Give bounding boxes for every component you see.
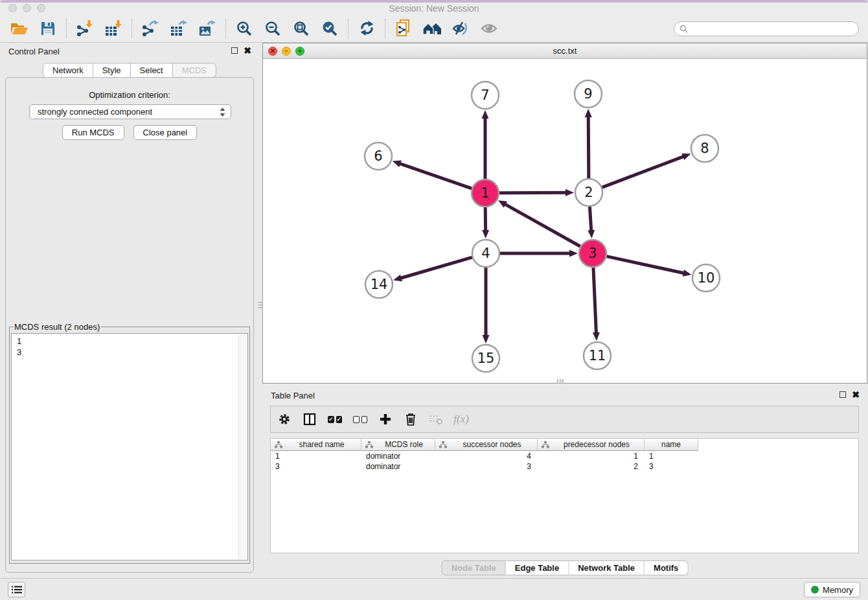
first-neighbors-button[interactable] xyxy=(422,18,442,39)
import-network-button[interactable] xyxy=(75,18,95,39)
graph-edge-2-8[interactable] xyxy=(602,156,685,187)
table-settings-button[interactable] xyxy=(277,411,291,427)
graph-node-label-8: 8 xyxy=(700,141,709,156)
panel-splitter-grip[interactable] xyxy=(555,379,565,384)
graph-edge-arrowhead xyxy=(393,275,402,282)
table-tab-network-table[interactable]: Network Table xyxy=(569,560,645,575)
table-row[interactable]: 1dominator411 xyxy=(271,451,858,461)
cell-shared-name[interactable]: 1 xyxy=(271,451,361,461)
graph-node-label-10: 10 xyxy=(698,270,715,286)
export-image-button[interactable] xyxy=(198,18,217,39)
control-tab-network[interactable]: Network xyxy=(43,63,93,78)
close-panel-icon[interactable]: ✖ xyxy=(852,391,860,398)
cell-name[interactable]: 3 xyxy=(645,461,698,472)
graph-edge-2-3[interactable] xyxy=(589,207,591,231)
close-panel-icon[interactable]: ✖ xyxy=(244,47,251,54)
show-graphics-details-button[interactable] xyxy=(479,18,499,39)
result-scrollbar[interactable] xyxy=(238,334,247,559)
import-table-button[interactable] xyxy=(104,18,123,39)
graph-edge-3-11[interactable] xyxy=(593,268,597,334)
column-header-successor-nodes[interactable]: successor nodes xyxy=(435,439,538,451)
column-header-shared-name[interactable]: shared name xyxy=(271,439,361,451)
unchecked-checkbox-icon xyxy=(361,416,368,423)
graph-edge-arrowhead xyxy=(482,110,489,119)
cell-mcds-role[interactable]: dominator xyxy=(361,451,435,461)
column-header-mcds-role[interactable]: MCDS role xyxy=(361,439,435,451)
plus-icon xyxy=(379,413,392,426)
main-toolbar xyxy=(0,14,868,43)
control-tab-select[interactable]: Select xyxy=(131,63,173,78)
open-session-button[interactable] xyxy=(10,18,29,39)
refresh-view-button[interactable] xyxy=(357,18,376,39)
column-header-predecessor-nodes[interactable]: predecessor nodes xyxy=(538,439,645,451)
memory-button[interactable]: Memory xyxy=(804,582,860,597)
columns-icon xyxy=(303,413,316,426)
table-tab-edge-table[interactable]: Edge Table xyxy=(506,560,569,575)
column-header-name[interactable]: name xyxy=(645,439,698,451)
graph-edge-arrowhead xyxy=(681,154,691,160)
cell-successor-nodes[interactable]: 4 xyxy=(435,451,538,461)
zoom-in-icon xyxy=(236,20,253,37)
network-window-title: scc.txt xyxy=(263,46,867,56)
close-panel-button[interactable]: Close panel xyxy=(133,125,198,140)
cell-predecessor-nodes[interactable]: 2 xyxy=(538,461,645,472)
cell-mcds-role[interactable]: dominator xyxy=(361,461,435,472)
graph-node-label-9: 9 xyxy=(584,86,592,102)
table-tab-node-table[interactable]: Node Table xyxy=(442,560,506,575)
table-tab-motifs[interactable]: Motifs xyxy=(645,560,688,575)
select-all-button[interactable]: ✓ ✓ xyxy=(328,411,342,427)
toggle-column-button[interactable] xyxy=(303,411,317,427)
graph-edge-4-14[interactable] xyxy=(400,257,472,278)
hide-graphics-details-button[interactable] xyxy=(451,18,470,39)
cell-name[interactable]: 1 xyxy=(645,451,698,461)
network-canvas[interactable]: 7968124314101511 xyxy=(263,60,867,383)
cell-successor-nodes[interactable]: 3 xyxy=(435,461,538,472)
graph-edge-1-2[interactable] xyxy=(499,192,567,193)
delete-column-button[interactable] xyxy=(404,411,418,427)
deselect-all-button[interactable] xyxy=(353,411,367,427)
zoom-fit-button[interactable] xyxy=(291,18,311,39)
mcds-result-area[interactable]: 1 3 xyxy=(11,333,248,560)
memory-label: Memory xyxy=(823,585,853,595)
graph-edge-3-10[interactable] xyxy=(606,257,684,273)
run-mcds-button[interactable]: Run MCDS xyxy=(62,125,124,140)
new-network-from-selection-button[interactable] xyxy=(394,18,413,39)
control-panel: Control Panel ✖ NetworkStyleSelectMCDS O… xyxy=(0,43,259,575)
memory-status-icon xyxy=(811,586,819,594)
network-window-titlebar[interactable]: ✕ − + scc.txt xyxy=(263,43,867,59)
float-panel-icon[interactable] xyxy=(231,47,238,54)
table-row[interactable]: 3dominator323 xyxy=(271,461,858,472)
graph-edge-3-1[interactable] xyxy=(505,204,580,247)
graph-edge-arrowhead xyxy=(593,332,600,341)
search-box[interactable] xyxy=(674,21,859,36)
status-bar: Memory xyxy=(0,578,868,600)
zoom-selected-button[interactable] xyxy=(320,18,339,39)
task-history-button[interactable] xyxy=(8,582,25,597)
optimization-criterion-select[interactable]: strongly connected component xyxy=(29,104,231,119)
add-column-button[interactable] xyxy=(378,411,393,427)
zoom-out-icon xyxy=(264,20,281,37)
graph-edge-2-9[interactable] xyxy=(588,116,589,178)
save-icon xyxy=(40,21,56,36)
table-delete-icon xyxy=(429,413,443,426)
control-tab-style[interactable]: Style xyxy=(93,63,131,78)
table-toolbar: ✓ ✓ xyxy=(270,406,859,433)
graph-edge-1-6[interactable] xyxy=(399,163,472,189)
control-tab-mcds[interactable]: MCDS xyxy=(173,63,216,78)
export-table-button[interactable] xyxy=(169,18,188,39)
panel-splitter-grip[interactable] xyxy=(258,297,263,314)
graph-edge-arrowhead xyxy=(393,161,402,167)
zoom-out-button[interactable] xyxy=(263,18,282,39)
optimization-criterion-label: Optimization criterion: xyxy=(6,90,253,100)
export-network-button[interactable] xyxy=(141,18,160,39)
control-panel-title: Control Panel xyxy=(8,47,60,56)
cell-shared-name[interactable]: 3 xyxy=(271,461,361,472)
graph-edge-arrowhead xyxy=(569,250,578,257)
export-network-icon xyxy=(141,20,159,37)
cell-predecessor-nodes[interactable]: 1 xyxy=(538,451,645,461)
houses-icon xyxy=(422,21,442,36)
save-session-button[interactable] xyxy=(38,18,58,39)
float-panel-icon[interactable] xyxy=(839,391,846,398)
zoom-in-button[interactable] xyxy=(234,18,254,39)
search-input[interactable] xyxy=(691,24,853,34)
